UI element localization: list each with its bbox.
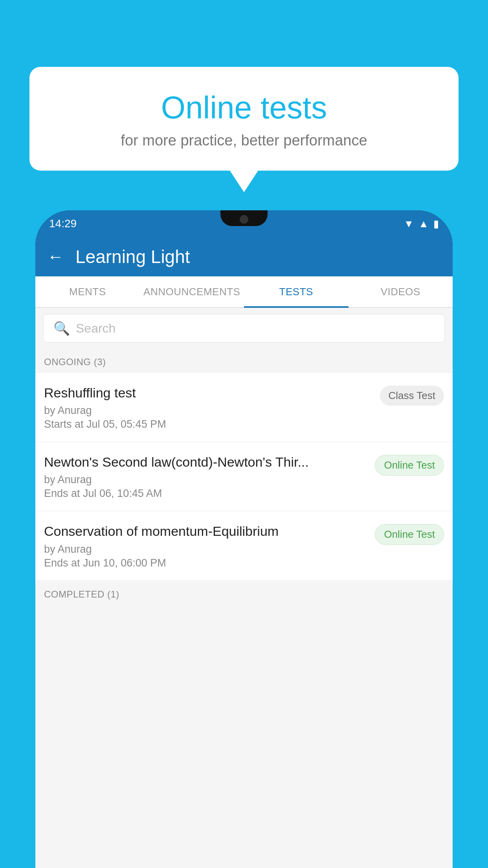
test-name: Newton's Second law(contd)-Newton's Thir…: [44, 453, 367, 471]
test-author: by Anurag: [44, 474, 367, 486]
tab-announcements[interactable]: ANNOUNCEMENTS: [140, 276, 244, 307]
completed-section-header: COMPLETED (1): [35, 581, 453, 605]
test-date: Starts at Jul 05, 05:45 PM: [44, 418, 372, 430]
search-placeholder: Search: [76, 321, 116, 336]
phone-frame: 14:29 ▼ ▲ ▮ ← Learning Light MENTS ANNOU…: [35, 210, 453, 868]
test-item[interactable]: Reshuffling test by Anurag Starts at Jul…: [35, 373, 453, 441]
test-badge-class: Class Test: [380, 386, 444, 406]
test-item[interactable]: Newton's Second law(contd)-Newton's Thir…: [35, 442, 453, 511]
test-info: Conservation of momentum-Equilibrium by …: [44, 522, 367, 569]
test-badge-online-2: Online Test: [375, 524, 444, 545]
bubble-subtitle: for more practice, better performance: [49, 132, 439, 149]
tab-tests[interactable]: TESTS: [244, 276, 349, 307]
test-name: Reshuffling test: [44, 384, 372, 401]
status-bar: 14:29 ▼ ▲ ▮: [35, 210, 453, 237]
search-bar[interactable]: 🔍 Search: [43, 314, 445, 342]
camera-dot: [240, 215, 248, 224]
tab-videos[interactable]: VIDEOS: [349, 276, 453, 307]
speech-bubble: Online tests for more practice, better p…: [29, 67, 459, 171]
test-name: Conservation of momentum-Equilibrium: [44, 522, 367, 540]
test-badge-online: Online Test: [375, 455, 444, 476]
phone-content: 🔍 Search ONGOING (3) Reshuffling test by…: [35, 308, 453, 868]
signal-icon: ▲: [418, 218, 429, 230]
wifi-icon: ▼: [404, 218, 414, 230]
status-time: 14:29: [49, 217, 77, 230]
bubble-title: Online tests: [49, 90, 439, 125]
search-icon: 🔍: [53, 320, 70, 336]
tab-ments[interactable]: MENTS: [35, 276, 140, 307]
test-date: Ends at Jul 06, 10:45 AM: [44, 487, 367, 500]
test-info: Newton's Second law(contd)-Newton's Thir…: [44, 453, 367, 500]
test-item[interactable]: Conservation of momentum-Equilibrium by …: [35, 511, 453, 580]
test-author: by Anurag: [44, 543, 367, 555]
test-date: Ends at Jun 10, 06:00 PM: [44, 557, 367, 569]
battery-icon: ▮: [433, 218, 439, 230]
status-icons: ▼ ▲ ▮: [404, 218, 439, 230]
test-author: by Anurag: [44, 405, 372, 417]
test-info: Reshuffling test by Anurag Starts at Jul…: [44, 384, 372, 430]
tabs-bar: MENTS ANNOUNCEMENTS TESTS VIDEOS: [35, 276, 453, 308]
app-bar: ← Learning Light: [35, 237, 453, 276]
app-title: Learning Light: [75, 246, 190, 267]
back-button[interactable]: ←: [47, 247, 64, 266]
ongoing-section-header: ONGOING (3): [35, 349, 453, 373]
